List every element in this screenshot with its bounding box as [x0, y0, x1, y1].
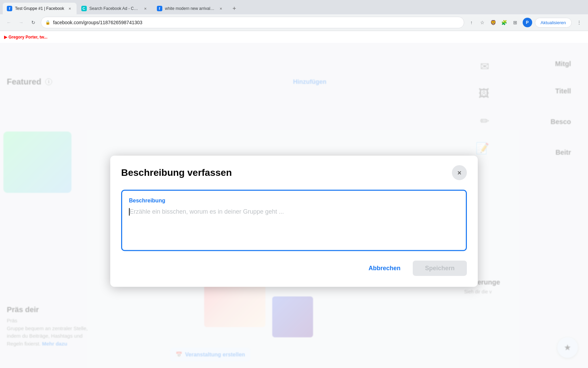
browser-chrome: f Test Gruppe #1 | Facebook ✕ C Search F… — [0, 0, 588, 31]
tab-favicon-white: f — [157, 6, 162, 11]
tab-white[interactable]: f white modern new arrival watc... ✕ — [153, 3, 228, 14]
page-background: Featured ℹ Hinzufügen Präs deir Präs Gru… — [0, 43, 588, 368]
tab-close-facebook[interactable]: ✕ — [67, 6, 72, 11]
cancel-button[interactable]: Abbrechen — [362, 261, 407, 275]
sidebar-toggle-icon[interactable]: ⊞ — [510, 18, 520, 27]
tab-label-facebook: Test Gruppe #1 | Facebook — [15, 6, 64, 11]
new-tab-button[interactable]: + — [230, 4, 239, 13]
share-icon[interactable]: ↑ — [467, 18, 476, 27]
modal-close-button[interactable]: × — [452, 165, 467, 180]
modal-footer: Abbrechen Speichern — [121, 261, 467, 276]
menu-icon[interactable]: ⋮ — [574, 18, 584, 27]
yt-logo-text: Gregory Porter, tw... — [9, 35, 47, 40]
reload-button[interactable]: ↻ — [29, 18, 38, 27]
brave-shield-icon[interactable]: 🦁 — [489, 18, 498, 27]
tab-label-canva: Search Facebook Ad - Canva — [89, 6, 140, 11]
yt-play-icon: ▶ — [4, 35, 7, 40]
update-button[interactable]: Aktualisieren — [535, 18, 572, 28]
bookmark-icon[interactable]: ☆ — [478, 18, 487, 27]
tab-canva[interactable]: C Search Facebook Ad - Canva ✕ — [77, 3, 152, 14]
profile-avatar[interactable]: P — [523, 18, 532, 27]
tab-favicon-canva: C — [81, 6, 87, 11]
forward-icon: → — [19, 20, 23, 25]
address-bar[interactable]: 🔒 facebook.com/groups/1187626598741303 — [41, 17, 464, 28]
tab-bar: f Test Gruppe #1 | Facebook ✕ C Search F… — [0, 0, 588, 14]
extensions-icon[interactable]: 🧩 — [500, 18, 509, 27]
description-textarea-wrapper[interactable]: Beschreibung Erzähle ein bisschen, worum… — [121, 190, 467, 251]
yt-logo: ▶ Gregory Porter, tw... — [4, 35, 47, 40]
back-icon: ← — [6, 20, 11, 25]
modal-header: Beschreibung verfassen × — [121, 165, 467, 180]
textarea-placeholder: Erzähle ein bisschen, worum es in deiner… — [129, 207, 459, 216]
placeholder-text: Erzähle ein bisschen, worum es in deiner… — [130, 208, 284, 215]
tab-close-white[interactable]: ✕ — [218, 6, 224, 11]
yt-bar: ▶ Gregory Porter, tw... — [0, 31, 588, 43]
forward-button[interactable]: → — [16, 18, 26, 27]
modal-dialog: Beschreibung verfassen × Beschreibung Er… — [110, 156, 478, 287]
toolbar-icons: ↑ ☆ 🦁 🧩 ⊞ — [467, 18, 520, 27]
save-button[interactable]: Speichern — [413, 261, 467, 276]
back-button[interactable]: ← — [4, 18, 14, 27]
address-bar-row: ← → ↻ 🔒 facebook.com/groups/118762659874… — [0, 14, 588, 31]
tab-facebook[interactable]: f Test Gruppe #1 | Facebook ✕ — [3, 3, 77, 14]
tab-favicon-facebook: f — [7, 6, 12, 11]
textarea-label: Beschreibung — [129, 198, 459, 204]
reload-icon: ↻ — [31, 20, 35, 25]
modal-title: Beschreibung verfassen — [121, 167, 232, 178]
tab-close-canva[interactable]: ✕ — [143, 6, 148, 11]
tab-label-white: white modern new arrival watc... — [165, 6, 215, 11]
address-text: facebook.com/groups/1187626598741303 — [53, 20, 460, 25]
lock-icon: 🔒 — [45, 20, 50, 25]
